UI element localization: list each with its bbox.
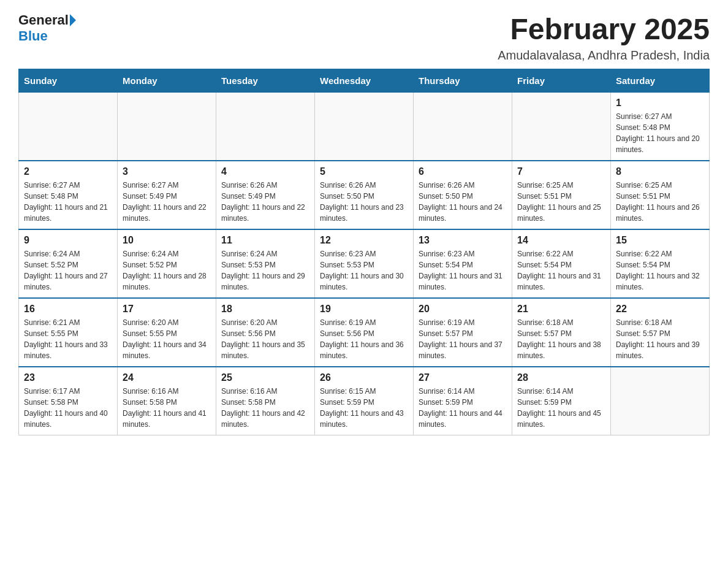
day-number: 16: [24, 304, 112, 315]
day-number: 19: [320, 304, 408, 315]
calendar-week-4: 16Sunrise: 6:21 AM Sunset: 5:55 PM Dayli…: [19, 298, 710, 367]
day-info: Sunrise: 6:22 AM Sunset: 5:54 PM Dayligh…: [517, 248, 605, 293]
calendar-cell: 22Sunrise: 6:18 AM Sunset: 5:57 PM Dayli…: [611, 298, 710, 367]
day-number: 7: [517, 166, 605, 177]
weekday-header-wednesday: Wednesday: [315, 69, 414, 93]
day-number: 13: [419, 235, 507, 246]
day-info: Sunrise: 6:18 AM Sunset: 5:57 PM Dayligh…: [517, 317, 605, 361]
weekday-header-thursday: Thursday: [414, 69, 512, 93]
calendar-cell: 9Sunrise: 6:24 AM Sunset: 5:52 PM Daylig…: [19, 229, 118, 298]
calendar-cell: 17Sunrise: 6:20 AM Sunset: 5:55 PM Dayli…: [118, 298, 216, 367]
day-info: Sunrise: 6:18 AM Sunset: 5:57 PM Dayligh…: [616, 317, 704, 361]
logo: General Blue: [18, 12, 77, 44]
day-info: Sunrise: 6:14 AM Sunset: 5:59 PM Dayligh…: [419, 386, 507, 430]
day-info: Sunrise: 6:25 AM Sunset: 5:51 PM Dayligh…: [517, 180, 605, 224]
calendar-week-5: 23Sunrise: 6:17 AM Sunset: 5:58 PM Dayli…: [19, 367, 710, 435]
calendar-cell: 28Sunrise: 6:14 AM Sunset: 5:59 PM Dayli…: [512, 367, 611, 435]
day-number: 11: [221, 235, 309, 246]
page-header: General Blue February 2025 Amudalavalasa…: [18, 12, 710, 63]
day-info: Sunrise: 6:16 AM Sunset: 5:58 PM Dayligh…: [221, 386, 309, 430]
day-number: 6: [419, 166, 507, 177]
day-info: Sunrise: 6:24 AM Sunset: 5:52 PM Dayligh…: [24, 248, 112, 293]
calendar-cell: 20Sunrise: 6:19 AM Sunset: 5:57 PM Dayli…: [414, 298, 512, 367]
day-number: 23: [24, 372, 112, 383]
day-number: 21: [517, 304, 605, 315]
calendar-cell: 27Sunrise: 6:14 AM Sunset: 5:59 PM Dayli…: [414, 367, 512, 435]
day-info: Sunrise: 6:20 AM Sunset: 5:55 PM Dayligh…: [123, 317, 211, 361]
calendar-cell: 8Sunrise: 6:25 AM Sunset: 5:51 PM Daylig…: [611, 161, 710, 229]
day-number: 22: [616, 304, 704, 315]
weekday-header-tuesday: Tuesday: [216, 69, 315, 93]
day-info: Sunrise: 6:23 AM Sunset: 5:53 PM Dayligh…: [320, 248, 408, 293]
calendar-cell: 3Sunrise: 6:27 AM Sunset: 5:49 PM Daylig…: [118, 161, 216, 229]
weekday-header-friday: Friday: [512, 69, 611, 93]
calendar-cell: 5Sunrise: 6:26 AM Sunset: 5:50 PM Daylig…: [315, 161, 414, 229]
calendar-cell: 21Sunrise: 6:18 AM Sunset: 5:57 PM Dayli…: [512, 298, 611, 367]
day-number: 12: [320, 235, 408, 246]
weekday-header-monday: Monday: [118, 69, 216, 93]
day-number: 3: [123, 166, 211, 177]
calendar-cell: 12Sunrise: 6:23 AM Sunset: 5:53 PM Dayli…: [315, 229, 414, 298]
day-number: 4: [221, 166, 309, 177]
logo-general-text: General: [18, 12, 69, 28]
day-info: Sunrise: 6:19 AM Sunset: 5:57 PM Dayligh…: [419, 317, 507, 361]
calendar-cell: 11Sunrise: 6:24 AM Sunset: 5:53 PM Dayli…: [216, 229, 315, 298]
day-info: Sunrise: 6:19 AM Sunset: 5:56 PM Dayligh…: [320, 317, 408, 361]
calendar-cell: [19, 93, 118, 161]
day-info: Sunrise: 6:27 AM Sunset: 5:48 PM Dayligh…: [616, 111, 704, 155]
day-info: Sunrise: 6:25 AM Sunset: 5:51 PM Dayligh…: [616, 180, 704, 224]
day-info: Sunrise: 6:14 AM Sunset: 5:59 PM Dayligh…: [517, 386, 605, 430]
day-info: Sunrise: 6:24 AM Sunset: 5:53 PM Dayligh…: [221, 248, 309, 293]
day-number: 20: [419, 304, 507, 315]
calendar-cell: [216, 93, 315, 161]
calendar-cell: 10Sunrise: 6:24 AM Sunset: 5:52 PM Dayli…: [118, 229, 216, 298]
calendar-cell: [315, 93, 414, 161]
day-info: Sunrise: 6:23 AM Sunset: 5:54 PM Dayligh…: [419, 248, 507, 293]
day-number: 26: [320, 372, 408, 383]
day-number: 14: [517, 235, 605, 246]
calendar-cell: 7Sunrise: 6:25 AM Sunset: 5:51 PM Daylig…: [512, 161, 611, 229]
day-info: Sunrise: 6:20 AM Sunset: 5:56 PM Dayligh…: [221, 317, 309, 361]
day-info: Sunrise: 6:15 AM Sunset: 5:59 PM Dayligh…: [320, 386, 408, 430]
day-info: Sunrise: 6:26 AM Sunset: 5:50 PM Dayligh…: [419, 180, 507, 224]
calendar-cell: 13Sunrise: 6:23 AM Sunset: 5:54 PM Dayli…: [414, 229, 512, 298]
weekday-header-saturday: Saturday: [611, 69, 710, 93]
day-info: Sunrise: 6:21 AM Sunset: 5:55 PM Dayligh…: [24, 317, 112, 361]
day-info: Sunrise: 6:17 AM Sunset: 5:58 PM Dayligh…: [24, 386, 112, 430]
calendar-table: SundayMondayTuesdayWednesdayThursdayFrid…: [18, 69, 710, 435]
calendar-cell: 15Sunrise: 6:22 AM Sunset: 5:54 PM Dayli…: [611, 229, 710, 298]
calendar-cell: [414, 93, 512, 161]
calendar-cell: 19Sunrise: 6:19 AM Sunset: 5:56 PM Dayli…: [315, 298, 414, 367]
day-info: Sunrise: 6:26 AM Sunset: 5:49 PM Dayligh…: [221, 180, 309, 224]
day-number: 1: [616, 98, 704, 109]
calendar-cell: 16Sunrise: 6:21 AM Sunset: 5:55 PM Dayli…: [19, 298, 118, 367]
day-info: Sunrise: 6:24 AM Sunset: 5:52 PM Dayligh…: [123, 248, 211, 293]
day-info: Sunrise: 6:22 AM Sunset: 5:54 PM Dayligh…: [616, 248, 704, 293]
logo-arrow-icon: [70, 14, 76, 26]
day-number: 28: [517, 372, 605, 383]
calendar-cell: 23Sunrise: 6:17 AM Sunset: 5:58 PM Dayli…: [19, 367, 118, 435]
day-number: 10: [123, 235, 211, 246]
calendar-cell: 2Sunrise: 6:27 AM Sunset: 5:48 PM Daylig…: [19, 161, 118, 229]
weekday-header-sunday: Sunday: [19, 69, 118, 93]
day-number: 15: [616, 235, 704, 246]
day-number: 25: [221, 372, 309, 383]
day-info: Sunrise: 6:26 AM Sunset: 5:50 PM Dayligh…: [320, 180, 408, 224]
day-info: Sunrise: 6:27 AM Sunset: 5:49 PM Dayligh…: [123, 180, 211, 224]
day-number: 27: [419, 372, 507, 383]
calendar-cell: 26Sunrise: 6:15 AM Sunset: 5:59 PM Dayli…: [315, 367, 414, 435]
location-subtitle: Amudalavalasa, Andhra Pradesh, India: [498, 48, 710, 63]
calendar-cell: 14Sunrise: 6:22 AM Sunset: 5:54 PM Dayli…: [512, 229, 611, 298]
calendar-cell: [512, 93, 611, 161]
calendar-cell: [611, 367, 710, 435]
logo-blue-text: Blue: [18, 28, 48, 44]
day-info: Sunrise: 6:27 AM Sunset: 5:48 PM Dayligh…: [24, 180, 112, 224]
calendar-cell: 4Sunrise: 6:26 AM Sunset: 5:49 PM Daylig…: [216, 161, 315, 229]
day-number: 24: [123, 372, 211, 383]
calendar-cell: 25Sunrise: 6:16 AM Sunset: 5:58 PM Dayli…: [216, 367, 315, 435]
day-number: 17: [123, 304, 211, 315]
title-section: February 2025 Amudalavalasa, Andhra Prad…: [498, 12, 710, 63]
calendar-cell: 6Sunrise: 6:26 AM Sunset: 5:50 PM Daylig…: [414, 161, 512, 229]
calendar-week-3: 9Sunrise: 6:24 AM Sunset: 5:52 PM Daylig…: [19, 229, 710, 298]
calendar-cell: 24Sunrise: 6:16 AM Sunset: 5:58 PM Dayli…: [118, 367, 216, 435]
